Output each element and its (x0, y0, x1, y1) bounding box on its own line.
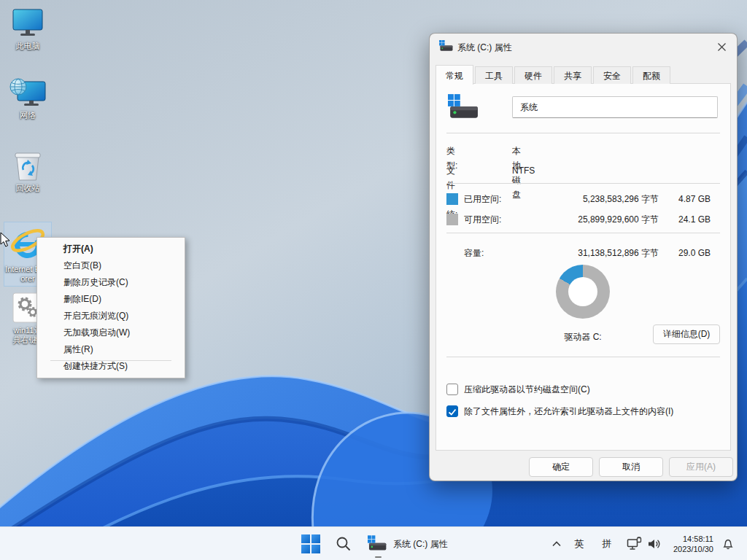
compress-checkbox-label: 压缩此驱动器以节约磁盘空间(C) (464, 383, 590, 396)
compress-checkbox[interactable] (446, 384, 458, 395)
capacity-label: 容量: (464, 246, 484, 260)
used-space-label: 已用空间: (464, 192, 501, 206)
tray-ime-mode[interactable]: 拼 (598, 527, 616, 560)
tray-chevron-up-icon[interactable] (547, 527, 566, 560)
menu-item-open[interactable]: 打开(A) (37, 241, 185, 257)
dialog-titlebar[interactable]: 系统 (C:) 属性 (430, 34, 737, 60)
capacity-bytes: 31,138,512,896 字节 (578, 246, 659, 260)
free-space-row: 可用空间: 25,899,929,600 字节 24.1 GB (436, 212, 730, 227)
used-space-swatch (446, 193, 458, 205)
recycle-bin-icon (12, 149, 43, 182)
separator (446, 133, 720, 133)
context-menu: 打开(A) 空白页(B) 删除历史记录(C) 删除IE(D) 开启无痕浏览(Q)… (36, 237, 185, 378)
drive-caption: 驱动器 C: (525, 331, 641, 343)
free-space-label: 可用空间: (464, 212, 501, 227)
properties-dialog: 系统 (C:) 属性 常规 工具 硬件 共享 安全 配额 类型: 本地磁盘 文件… (429, 33, 738, 481)
tab-tools[interactable]: 工具 (475, 66, 513, 84)
desktop-icon-network[interactable]: 网络 (4, 77, 52, 120)
free-space-size: 24.1 GB (678, 212, 711, 227)
tab-general[interactable]: 常规 (436, 65, 473, 85)
tab-sharing[interactable]: 共享 (554, 66, 592, 84)
taskbar-app-label: 系统 (C:) 属性 (393, 538, 448, 551)
cancel-button[interactable]: 取消 (599, 457, 663, 477)
running-indicator (375, 556, 382, 558)
clock-time: 14:58:11 (655, 534, 713, 544)
taskbar-app-properties[interactable]: 系统 (C:) 属性 (362, 529, 455, 559)
used-space-size: 4.87 GB (678, 192, 711, 206)
drive-icon (439, 40, 453, 52)
desktop-icon-recycle-bin[interactable]: 回收站 (4, 149, 52, 193)
free-space-bytes: 25,899,929,600 字节 (578, 212, 659, 227)
filesystem-value: NTFS (512, 163, 535, 178)
tab-quota[interactable]: 配额 (632, 66, 670, 84)
dialog-title: 系统 (C:) 属性 (457, 42, 512, 54)
desktop-icon-label: 回收站 (4, 184, 52, 193)
desktop-icon-label: 此电脑 (4, 42, 52, 51)
tab-hardware[interactable]: 硬件 (514, 66, 552, 84)
start-button-icon[interactable] (301, 534, 320, 553)
separator (446, 183, 720, 184)
tab-page-general: 类型: 本地磁盘 文件系统: NTFS 已用空间: 5,238,583,296 … (436, 83, 731, 451)
apply-button[interactable]: 应用(A) (669, 457, 733, 477)
used-space-row: 已用空间: 5,238,583,296 字节 4.87 GB (436, 192, 730, 206)
drive-icon-taskbar (368, 535, 387, 553)
clock-date: 2023/10/30 (655, 544, 713, 554)
disk-usage-donut-chart (556, 265, 610, 319)
details-button[interactable]: 详细信息(D) (653, 324, 720, 344)
mouse-cursor (0, 232, 13, 248)
ok-button[interactable]: 确定 (529, 457, 593, 477)
capacity-size: 29.0 GB (678, 246, 711, 260)
close-icon[interactable] (713, 39, 729, 55)
tray-clock[interactable]: 14:58:11 2023/10/30 (655, 534, 713, 554)
index-checkbox[interactable] (446, 405, 458, 417)
dialog-tabs: 常规 工具 硬件 共享 安全 配额 (436, 65, 672, 84)
desktop-icon-label: 网络 (4, 111, 52, 120)
menu-item-inprivate[interactable]: 开启无痕浏览(Q) (37, 308, 185, 324)
this-pc-icon (10, 9, 45, 39)
drive-icon-large (448, 94, 479, 122)
volume-name-input[interactable] (512, 96, 718, 118)
tray-network-icon[interactable] (624, 527, 643, 560)
tray-notifications-bell-icon[interactable] (718, 527, 738, 560)
separator (446, 357, 720, 357)
menu-item-delete-ie[interactable]: 删除IE(D) (37, 291, 185, 308)
network-icon (9, 77, 47, 109)
used-space-bytes: 5,238,583,296 字节 (583, 192, 659, 206)
index-checkbox-row: 除了文件属性外，还允许索引此驱动器上文件的内容(I) (436, 405, 730, 419)
search-icon[interactable] (335, 535, 352, 553)
desktop-icon-this-pc[interactable]: 此电脑 (4, 9, 52, 51)
index-checkbox-label: 除了文件属性外，还允许索引此驱动器上文件的内容(I) (464, 405, 673, 418)
capacity-row: 容量: 31,138,512,896 字节 29.0 GB (436, 246, 730, 260)
separator (446, 233, 720, 233)
menu-item-no-addons[interactable]: 无加载项启动(W) (37, 324, 185, 341)
compress-checkbox-row: 压缩此驱动器以节约磁盘空间(C) (436, 383, 730, 397)
taskbar: 系统 (C:) 属性 英 拼 14:58:11 2023/10/30 (0, 526, 747, 560)
tray-ime-language[interactable]: 英 (570, 527, 588, 560)
free-space-swatch (446, 214, 458, 225)
menu-item-blank-page[interactable]: 空白页(B) (37, 257, 185, 274)
dialog-button-row: 确定 取消 应用(A) (430, 457, 737, 477)
menu-separator (50, 360, 171, 361)
menu-item-properties[interactable]: 属性(R) (37, 341, 185, 358)
menu-item-delete-history[interactable]: 删除历史记录(C) (37, 274, 185, 291)
tab-security[interactable]: 安全 (593, 66, 631, 84)
